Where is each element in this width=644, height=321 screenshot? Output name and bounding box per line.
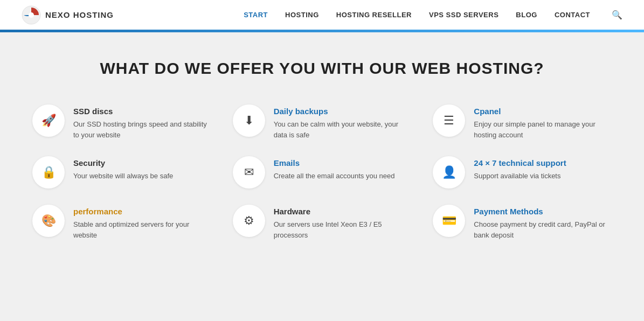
feature-item-emails: ✉EmailsCreate all the email accounts you… <box>233 156 412 189</box>
header: NEXO HOSTING START HOSTING HOSTING RESEL… <box>0 0 644 30</box>
feature-item-payment-methods: 💳Payment MethodsChoose payment by credit… <box>433 205 612 240</box>
nav-blog[interactable]: BLOG <box>516 11 537 19</box>
feature-desc-hardware: Our servers use Intel Xeon E3 / E5 proce… <box>274 219 412 240</box>
feature-text-daily-backups: Daily backupsYou can be calm with your w… <box>274 104 412 140</box>
feature-desc-emails: Create all the email accounts you need <box>274 171 395 182</box>
feature-text-performance: performanceStable and optimized servers … <box>73 205 211 240</box>
feature-icon-technical-support: 👤 <box>433 156 465 189</box>
main-nav: START HOSTING HOSTING RESELLER VPS SSD S… <box>244 10 622 20</box>
feature-text-emails: EmailsCreate all the email accounts you … <box>274 156 395 182</box>
logo: NEXO HOSTING <box>22 5 114 25</box>
search-icon[interactable]: 🔍 <box>612 10 622 20</box>
feature-desc-payment-methods: Choose payment by credit card, PayPal or… <box>474 219 612 240</box>
feature-icon-cpanel: ☰ <box>433 104 465 137</box>
feature-desc-cpanel: Enjoy our simple panel to manage your ho… <box>474 119 612 140</box>
feature-desc-security: Your website will always be safe <box>73 171 173 182</box>
nav-hosting[interactable]: HOSTING <box>285 11 319 19</box>
page-title: WHAT DO WE OFFER YOU WITH OUR WEB HOSTIN… <box>32 59 612 78</box>
feature-item-cpanel: ☰CpanelEnjoy our simple panel to manage … <box>433 104 612 140</box>
feature-title-security: Security <box>73 158 173 168</box>
feature-desc-ssd-discs: Our SSD hosting brings speed and stabili… <box>73 119 211 140</box>
feature-text-hardware: HardwareOur servers use Intel Xeon E3 / … <box>274 205 412 240</box>
feature-title-hardware: Hardware <box>274 207 412 216</box>
svg-point-1 <box>29 12 34 18</box>
feature-title-payment-methods: Payment Methods <box>474 207 612 216</box>
feature-icon-performance: 🎨 <box>32 205 65 237</box>
feature-desc-performance: Stable and optimized servers for your we… <box>73 219 211 240</box>
feature-text-technical-support: 24 × 7 technical supportSupport availabl… <box>474 156 566 182</box>
feature-icon-emails: ✉ <box>233 156 265 189</box>
feature-item-daily-backups: ⬇Daily backupsYou can be calm with your … <box>233 104 412 140</box>
feature-title-daily-backups: Daily backups <box>274 107 412 116</box>
feature-desc-technical-support: Support available via tickets <box>474 171 566 182</box>
feature-item-hardware: ⚙HardwareOur servers use Intel Xeon E3 /… <box>233 205 412 240</box>
nav-hosting-reseller[interactable]: HOSTING RESELLER <box>336 11 412 19</box>
feature-text-security: SecurityYour website will always be safe <box>73 156 173 182</box>
feature-title-emails: Emails <box>274 158 395 168</box>
logo-text: NEXO HOSTING <box>45 10 114 19</box>
nav-start[interactable]: START <box>244 11 268 19</box>
feature-text-cpanel: CpanelEnjoy our simple panel to manage y… <box>474 104 612 140</box>
feature-text-payment-methods: Payment MethodsChoose payment by credit … <box>474 205 612 240</box>
nav-vps-ssd-servers[interactable]: VPS SSD SERVERS <box>429 11 498 19</box>
feature-icon-payment-methods: 💳 <box>433 205 465 237</box>
feature-title-performance: performance <box>73 207 211 216</box>
feature-desc-daily-backups: You can be calm with your website, your … <box>274 119 412 140</box>
feature-item-ssd-discs: 🚀SSD discsOur SSD hosting brings speed a… <box>32 104 211 140</box>
feature-icon-hardware: ⚙ <box>233 205 265 237</box>
feature-item-technical-support: 👤24 × 7 technical supportSupport availab… <box>433 156 612 189</box>
feature-title-technical-support: 24 × 7 technical support <box>474 158 566 168</box>
feature-item-performance: 🎨performanceStable and optimized servers… <box>32 205 211 240</box>
feature-icon-security: 🔒 <box>32 156 65 189</box>
logo-icon <box>22 5 41 25</box>
main-content: WHAT DO WE OFFER YOU WITH OUR WEB HOSTIN… <box>0 32 644 321</box>
feature-icon-ssd-discs: 🚀 <box>32 104 65 137</box>
features-grid: 🚀SSD discsOur SSD hosting brings speed a… <box>32 104 612 240</box>
feature-icon-daily-backups: ⬇ <box>233 104 265 137</box>
feature-text-ssd-discs: SSD discsOur SSD hosting brings speed an… <box>73 104 211 140</box>
feature-item-security: 🔒SecurityYour website will always be saf… <box>32 156 211 189</box>
feature-title-ssd-discs: SSD discs <box>73 107 211 116</box>
nav-contact[interactable]: CONTACT <box>555 11 590 19</box>
feature-title-cpanel: Cpanel <box>474 107 612 116</box>
